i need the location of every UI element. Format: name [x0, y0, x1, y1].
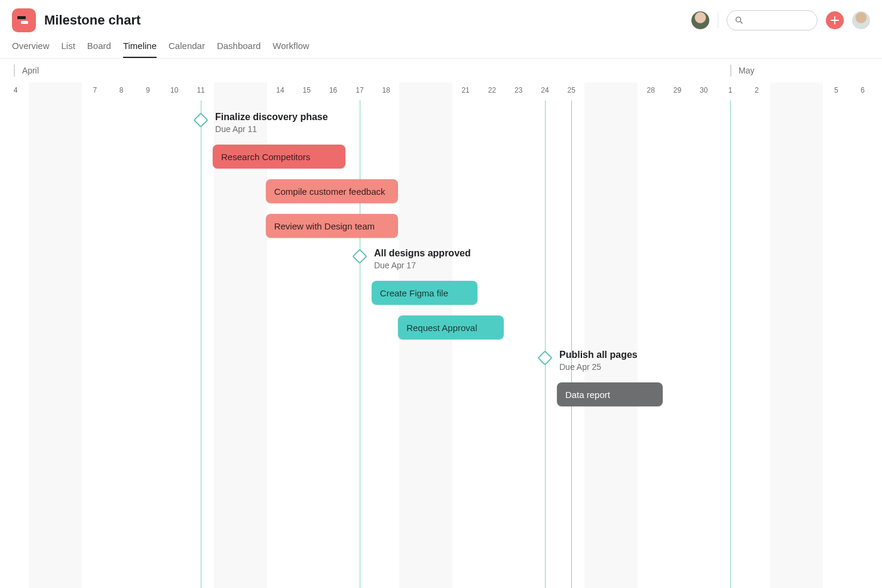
user-avatar[interactable] [852, 11, 870, 29]
task-label: Data report [565, 390, 610, 400]
task-row: Research Competitors [0, 145, 882, 179]
milestone-due: Due Apr 11 [215, 124, 328, 134]
task-row: Data report [0, 382, 882, 417]
milestone-title: All designs approved [374, 247, 471, 260]
header: Milestone chart [0, 0, 882, 33]
milestone-text[interactable]: Publish all pagesDue Apr 25 [559, 349, 638, 372]
milestone-title: Publish all pages [559, 349, 638, 362]
milestone-diamond-icon[interactable] [193, 112, 208, 127]
day-label: 30 [700, 86, 708, 94]
milestone-title: Finalize discovery phase [215, 111, 328, 124]
task-label: Research Competitors [221, 152, 310, 162]
day-label: 14 [276, 86, 284, 94]
milestone-text[interactable]: All designs approvedDue Apr 17 [374, 247, 471, 271]
milestone-diamond-icon[interactable] [352, 249, 367, 264]
search-icon [734, 16, 744, 25]
day-label: 17 [356, 86, 363, 94]
task-bar[interactable]: Data report [557, 382, 663, 406]
day-label: 10 [170, 86, 178, 94]
day-label: 29 [673, 86, 681, 94]
header-right [691, 10, 870, 30]
tabs: OverviewListBoardTimelineCalendarDashboa… [0, 33, 882, 59]
day-label: 18 [382, 86, 390, 94]
day-label: 15 [303, 86, 311, 94]
svg-line-1 [740, 22, 742, 23]
day-label: 6 [860, 86, 865, 94]
tab-overview[interactable]: Overview [12, 35, 50, 57]
day-label: 25 [568, 86, 575, 94]
tab-workflow[interactable]: Workflow [272, 35, 309, 57]
day-label: 11 [197, 86, 204, 94]
search-input[interactable] [727, 10, 817, 30]
day-label: 24 [541, 86, 549, 94]
milestone-due: Due Apr 25 [559, 362, 638, 372]
task-row: Request Approval [0, 316, 882, 350]
project-title[interactable]: Milestone chart [44, 13, 140, 28]
task-row: Compile customer feedback [0, 179, 882, 214]
day-label: 7 [93, 86, 97, 94]
month-label: May [730, 66, 754, 75]
day-label: 28 [647, 86, 655, 94]
day-label: 2 [755, 86, 759, 94]
month-label: April [14, 66, 39, 75]
tab-dashboard[interactable]: Dashboard [217, 35, 261, 57]
task-row: Create Figma file [0, 281, 882, 316]
task-label: Compile customer feedback [274, 186, 385, 197]
milestone-due: Due Apr 17 [374, 260, 471, 271]
task-label: Create Figma file [380, 288, 448, 298]
tab-timeline[interactable]: Timeline [123, 35, 157, 57]
member-avatar-1[interactable] [691, 11, 709, 29]
tab-calendar[interactable]: Calendar [169, 35, 205, 57]
task-label: Request Approval [406, 323, 477, 333]
day-label: 16 [329, 86, 337, 94]
task-label: Review with Design team [274, 221, 375, 231]
content-rows: Finalize discovery phaseDue Apr 11Resear… [0, 112, 882, 417]
milestone-row[interactable]: Finalize discovery phaseDue Apr 11 [0, 112, 882, 145]
task-bar[interactable]: Request Approval [398, 316, 504, 339]
day-label: 8 [120, 86, 124, 94]
day-label: 9 [146, 86, 150, 94]
milestone-row[interactable]: Publish all pagesDue Apr 25 [0, 350, 882, 382]
tab-board[interactable]: Board [87, 35, 111, 57]
day-label: 22 [488, 86, 496, 94]
month-row: AprilMay [0, 59, 882, 82]
day-label: 23 [514, 86, 522, 94]
task-row: Review with Design team [0, 214, 882, 249]
task-bar[interactable]: Research Competitors [213, 145, 345, 169]
milestone-diamond-icon[interactable] [537, 350, 552, 365]
task-bar[interactable]: Review with Design team [266, 214, 399, 238]
separator [718, 13, 718, 28]
timeline-icon [17, 14, 30, 27]
day-label: 4 [14, 86, 18, 94]
day-label: 1 [728, 86, 733, 94]
day-label: 5 [834, 86, 838, 94]
milestone-text[interactable]: Finalize discovery phaseDue Apr 11 [215, 111, 328, 134]
svg-point-0 [736, 17, 741, 22]
task-bar[interactable]: Create Figma file [372, 281, 477, 305]
day-label: 21 [461, 86, 469, 94]
add-button[interactable] [826, 11, 844, 29]
plus-icon [831, 16, 839, 24]
tab-list[interactable]: List [62, 35, 75, 57]
milestone-row[interactable]: All designs approvedDue Apr 17 [0, 249, 882, 281]
timeline[interactable]: AprilMay 4567891011121314151617181920212… [0, 59, 882, 588]
project-icon[interactable] [12, 8, 36, 32]
task-bar[interactable]: Compile customer feedback [266, 179, 399, 203]
